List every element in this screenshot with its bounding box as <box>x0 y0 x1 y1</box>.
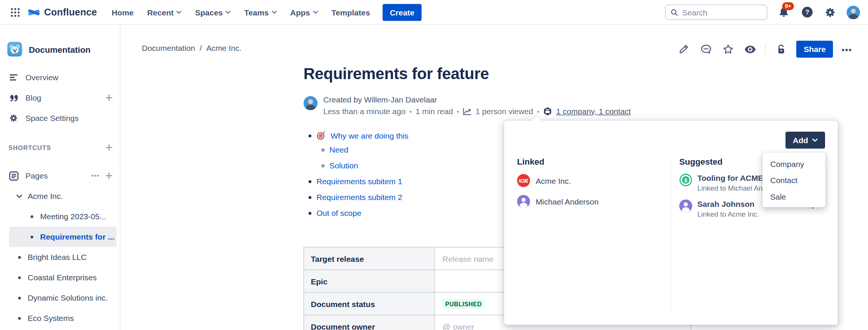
tree-item-requirements-selected[interactable]: Requirements for ... <box>9 227 116 247</box>
doc-link-subitem1[interactable]: Requirements subitem 1 <box>316 177 402 186</box>
tree-item-meeting[interactable]: Meeting 2023-05... <box>9 206 116 227</box>
gear-icon <box>825 6 836 18</box>
breadcrumb-acme[interactable]: Acme Inc. <box>206 44 241 53</box>
crm-count-link[interactable]: 1 company, 1 contact <box>556 107 631 116</box>
tree-item-coastal[interactable]: Coastal Enterprises <box>9 267 116 288</box>
gear-icon <box>9 114 19 123</box>
quote-icon <box>9 94 19 102</box>
bullet-icon <box>18 276 21 279</box>
chevron-down-icon <box>812 139 818 142</box>
tree-item-bright-ideas[interactable]: Bright Ideas LLC <box>9 247 116 267</box>
chevron-down-icon <box>226 11 231 14</box>
popup-column-divider <box>671 158 672 309</box>
eye-icon <box>744 45 756 53</box>
viewed-count[interactable]: 1 person viewed <box>475 107 533 116</box>
bullet-hollow-icon <box>322 164 325 167</box>
pages-section-header[interactable]: Pages <box>0 166 120 186</box>
add-dropdown-menu: Company Contact Sale <box>763 153 826 208</box>
favourite-button[interactable] <box>721 43 735 56</box>
breadcrumb-documentation[interactable]: Documentation <box>142 44 195 53</box>
search-box[interactable] <box>665 5 768 20</box>
nav-home[interactable]: Home <box>112 8 133 17</box>
read-time: 1 min read <box>416 107 453 116</box>
linked-section: Linked ACME Acme Inc. Michael Anderson <box>517 157 664 208</box>
bullet-icon <box>309 134 312 137</box>
tree-item-dynamic[interactable]: Dynamic Solutions inc. <box>9 288 116 308</box>
space-sidebar: Documentation Overview Blog Space <box>0 25 121 330</box>
author-avatar[interactable] <box>304 96 318 110</box>
menu-item-sale[interactable]: Sale <box>763 188 826 205</box>
notifications-button[interactable]: 9+ <box>777 5 791 19</box>
app-switcher-icon[interactable] <box>8 5 23 20</box>
restrictions-button[interactable] <box>774 43 788 56</box>
help-button[interactable]: ? <box>800 5 814 19</box>
author-name[interactable]: Created by Willem-Jan Davelaar <box>323 95 631 104</box>
top-navigation-bar: Confluence Home Recent Spaces Teams Apps… <box>0 0 868 25</box>
space-name: Documentation <box>29 44 91 54</box>
sidebar-item-label: Blog <box>26 93 41 102</box>
topnav-right: 9+ ? <box>665 5 860 20</box>
linked-item-acme[interactable]: ACME Acme Inc. <box>517 174 664 187</box>
linked-item-michael[interactable]: Michael Anderson <box>517 195 664 208</box>
chevron-down-icon[interactable] <box>15 194 23 198</box>
share-button[interactable]: Share <box>796 41 833 58</box>
bullet-icon <box>18 296 21 299</box>
crm-links-popup: Add Linked ACME Acme Inc. Michael Anders… <box>504 121 838 325</box>
doc-link-why[interactable]: Why we are doing this <box>331 131 409 140</box>
primary-nav: Home Recent Spaces Teams Apps Templates <box>112 8 370 17</box>
row-label: Target release <box>304 247 434 270</box>
confluence-logo-icon <box>27 5 41 19</box>
bullet-icon <box>30 215 33 218</box>
svg-text:$: $ <box>684 177 687 183</box>
sidebar-item-overview[interactable]: Overview <box>0 67 120 88</box>
nav-recent[interactable]: Recent <box>147 8 182 17</box>
menu-item-contact[interactable]: Contact <box>763 172 826 188</box>
shortcuts-section-header: SHORTCUTS <box>0 138 120 158</box>
sale-dollar-icon: $ <box>679 174 692 187</box>
more-icon[interactable] <box>91 175 99 177</box>
linked-title: Linked <box>517 157 664 167</box>
tree-item-acme-inc[interactable]: Acme Inc. <box>9 186 116 206</box>
settings-button[interactable] <box>824 5 837 19</box>
space-header[interactable]: Documentation <box>0 42 120 57</box>
sidebar-item-label: Overview <box>26 73 59 82</box>
nav-apps[interactable]: Apps <box>290 8 318 17</box>
chevron-down-icon <box>272 11 277 14</box>
doc-link-need[interactable]: Need <box>330 145 348 154</box>
nav-teams[interactable]: Teams <box>244 8 277 17</box>
sidebar-item-blog[interactable]: Blog <box>0 88 120 108</box>
last-modified: Less than a minute ago <box>323 107 405 116</box>
confluence-logo[interactable]: Confluence <box>27 5 97 19</box>
menu-item-company[interactable]: Company <box>763 156 826 172</box>
sidebar-item-space-settings[interactable]: Space Settings <box>0 108 120 128</box>
doc-link-subitem2[interactable]: Requirements subitem 2 <box>316 193 402 202</box>
breadcrumb: Documentation / Acme Inc. <box>142 44 241 53</box>
watch-button[interactable] <box>743 43 757 56</box>
search-icon <box>671 8 678 16</box>
edit-button[interactable] <box>677 43 691 56</box>
acme-logo-icon: ACME <box>517 174 530 187</box>
search-input[interactable] <box>682 8 762 17</box>
row-label: Document status <box>304 292 434 315</box>
help-icon: ? <box>801 6 813 18</box>
plus-icon[interactable] <box>106 144 113 151</box>
doc-link-out-of-scope[interactable]: Out of scope <box>316 209 361 218</box>
bullet-icon <box>309 196 312 199</box>
nav-spaces[interactable]: Spaces <box>195 8 231 17</box>
tree-item-eco[interactable]: Eco Systems <box>9 308 116 328</box>
add-button[interactable]: Add <box>785 132 825 149</box>
row-label: Document owner <box>304 315 434 330</box>
star-icon <box>723 44 734 54</box>
shortcuts-label: SHORTCUTS <box>9 144 51 151</box>
comment-button[interactable] <box>699 43 713 56</box>
create-button[interactable]: Create <box>382 4 422 21</box>
more-actions-button[interactable]: ••• <box>842 44 852 54</box>
plus-icon[interactable] <box>106 95 113 101</box>
page-meta: Less than a minute ago • 1 min read • 1 … <box>323 107 631 116</box>
doc-link-solution[interactable]: Solution <box>330 161 358 170</box>
analytics-icon <box>463 108 472 115</box>
nav-templates[interactable]: Templates <box>332 8 370 17</box>
pages-icon <box>9 171 19 181</box>
user-avatar[interactable] <box>847 5 860 19</box>
plus-icon[interactable] <box>106 173 113 179</box>
